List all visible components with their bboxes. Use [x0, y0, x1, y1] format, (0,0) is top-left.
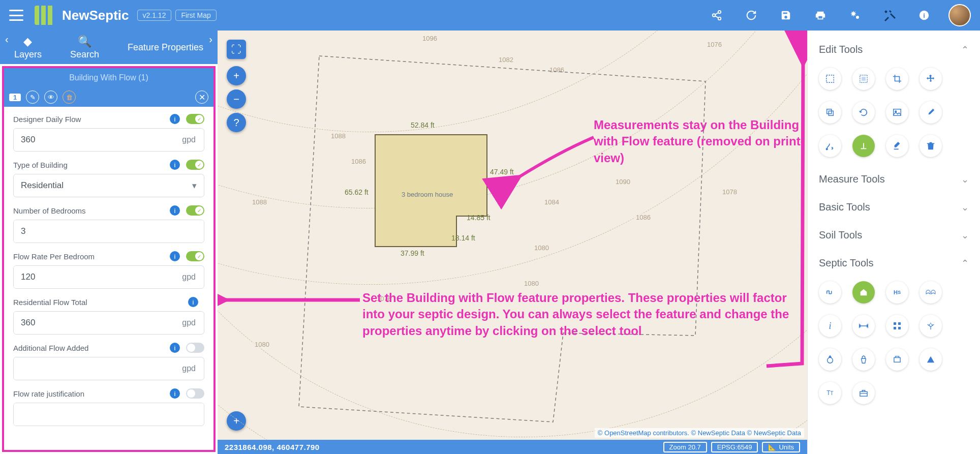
tab-search[interactable]: 🔍Search — [70, 35, 99, 60]
newseptic-link-2[interactable]: © NewSeptic Data — [747, 429, 801, 437]
measure-right-lower: 18.14 ft — [451, 234, 475, 242]
tools-icon[interactable] — [879, 5, 900, 25]
tool-tree[interactable] — [920, 315, 942, 337]
tool-image[interactable] — [886, 101, 908, 124]
save-icon[interactable] — [776, 5, 796, 25]
left-tabs: ‹ › ◆Layers 🔍Search Feature Properties — [0, 31, 218, 64]
section-septic-tools[interactable]: Septic Tools⌃ — [817, 249, 971, 277]
info-icon[interactable]: i — [170, 388, 180, 399]
tool-rotate[interactable] — [852, 101, 875, 124]
status-coords: 2231864.098, 460477.790 — [225, 443, 320, 451]
tool-delete[interactable] — [920, 135, 942, 157]
tool-brush[interactable] — [920, 101, 942, 124]
tool-copy[interactable] — [819, 101, 841, 124]
osm-link[interactable]: © OpenStreetMap contributors. — [598, 429, 689, 437]
status-units[interactable]: 📐 Units — [762, 442, 800, 452]
tool-path[interactable] — [819, 135, 841, 157]
feature-properties-panel: Building With Flow (1) 1 ✎ 👁 🗑 ✕ Designe… — [2, 66, 216, 452]
status-epsg[interactable]: EPSG:6549 — [711, 442, 758, 452]
print-icon[interactable] — [810, 5, 831, 25]
tabs-next-icon[interactable]: › — [209, 34, 212, 45]
toolbar-btn-1[interactable]: ✎ — [26, 90, 39, 104]
info-icon[interactable]: i — [170, 343, 180, 353]
info-icon[interactable]: i — [914, 5, 934, 25]
tool-move[interactable] — [920, 68, 942, 90]
toolbar-btn-delete[interactable]: 🗑 — [63, 90, 76, 104]
input-number-of-bedrooms[interactable] — [14, 220, 204, 243]
user-avatar[interactable] — [948, 4, 971, 26]
tool-grid[interactable] — [886, 315, 908, 337]
measure-top: 52.84 ft — [411, 121, 435, 129]
edit-tools-grid — [817, 64, 971, 165]
contour-label: 1088 — [251, 198, 268, 206]
tool-triangle[interactable] — [920, 348, 942, 371]
select-type-of-building[interactable]: Residential▾ — [13, 174, 204, 197]
input-additional-flow-added[interactable] — [14, 357, 173, 380]
section-label: Septic Tools — [819, 257, 873, 269]
input-flow-rate-justification[interactable] — [14, 403, 204, 426]
toolbar-btn-2[interactable]: 👁 — [44, 90, 57, 104]
svg-rect-25 — [860, 391, 867, 396]
refresh-icon[interactable] — [741, 5, 761, 25]
status-zoom[interactable]: Zoom 20.7 — [663, 442, 707, 452]
tool-marquee[interactable] — [852, 68, 875, 90]
section-edit-tools[interactable]: Edit Tools⌃ — [817, 36, 971, 64]
tool-text[interactable]: TT — [819, 382, 841, 404]
svg-rect-19 — [894, 322, 896, 325]
input-flow-rate-per-bedroom[interactable] — [14, 266, 173, 288]
toggle-flow-rate-per-bedroom[interactable] — [186, 251, 204, 261]
tab-layers[interactable]: ◆Layers — [14, 35, 42, 60]
tabs-prev-icon[interactable]: ‹ — [5, 34, 9, 45]
settings-icon[interactable] — [845, 5, 865, 25]
info-icon[interactable]: i — [170, 205, 180, 216]
tab-feature-label: Feature Properties — [128, 42, 203, 52]
toggle-number-of-bedrooms[interactable] — [186, 205, 204, 216]
tool-crop[interactable] — [886, 68, 908, 90]
newseptic-link-1[interactable]: © NewSeptic Data — [691, 429, 745, 437]
tool-perpendicular[interactable] — [852, 135, 875, 157]
tool-well[interactable] — [852, 348, 875, 371]
contour-label: 1080 — [253, 341, 271, 348]
unit-gpd: gpd — [173, 357, 204, 380]
tool-toolbox[interactable] — [852, 382, 875, 404]
tool-aa[interactable]: ᗣᗣ — [920, 281, 942, 304]
tool-dimension[interactable] — [852, 315, 875, 337]
tool-clean[interactable] — [886, 135, 908, 157]
info-icon[interactable]: i — [188, 297, 198, 307]
map-attribution: © OpenStreetMap contributors. © NewSepti… — [595, 428, 804, 438]
input-residential-flow-total[interactable] — [14, 312, 173, 334]
parcel-boundary — [279, 51, 736, 432]
tool-hs[interactable]: HS — [886, 281, 908, 304]
toggle-additional-flow-added[interactable] — [186, 343, 204, 353]
info-icon[interactable]: i — [170, 114, 180, 124]
input-designer-daily-flow[interactable] — [14, 129, 173, 151]
label-residential-flow-total: Residential Flow Total — [13, 298, 87, 307]
svg-text:i: i — [923, 12, 925, 19]
building-label-text: 3 bedroom house — [402, 191, 453, 198]
toggle-designer-daily-flow[interactable] — [186, 114, 204, 124]
tool-north[interactable] — [819, 348, 841, 371]
tool-tank[interactable] — [886, 348, 908, 371]
tool-pipe[interactable] — [819, 281, 841, 304]
tool-select[interactable] — [819, 68, 841, 90]
toggle-flow-rate-justification[interactable] — [186, 388, 204, 399]
section-soil-tools[interactable]: Soil Tools⌄ — [817, 221, 971, 249]
close-icon[interactable]: ✕ — [195, 90, 208, 104]
toggle-type-of-building[interactable] — [186, 160, 204, 170]
tab-feature-properties[interactable]: Feature Properties — [128, 42, 203, 53]
info-icon[interactable]: i — [170, 251, 180, 261]
chevron-up-icon: ⌃ — [961, 258, 969, 269]
menu-icon[interactable] — [9, 10, 23, 21]
share-icon[interactable] — [707, 5, 727, 25]
section-measure-tools[interactable]: Measure Tools⌄ — [817, 165, 971, 193]
svg-point-2 — [718, 17, 721, 20]
building-with-flow-feature[interactable]: 3 bedroom house — [370, 130, 502, 274]
info-icon[interactable]: i — [170, 160, 180, 170]
measure-bottom: 37.99 ft — [401, 249, 424, 257]
tool-info-septic[interactable]: i — [819, 315, 841, 337]
map-name-badge[interactable]: First Map — [175, 10, 216, 21]
map-canvas[interactable]: ⛶ + − ? + 1096 1076 1082 1086 1088 1084 … — [218, 31, 807, 454]
svg-point-6 — [856, 16, 859, 19]
section-basic-tools[interactable]: Basic Tools⌄ — [817, 193, 971, 221]
tool-building-with-flow[interactable] — [852, 281, 875, 304]
